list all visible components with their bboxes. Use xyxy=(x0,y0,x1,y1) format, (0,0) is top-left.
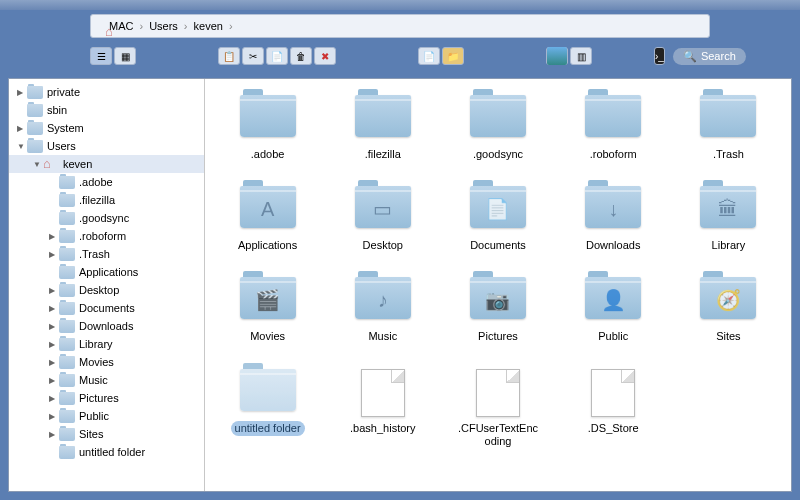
tree-item-label: Music xyxy=(79,374,108,386)
disclosure-arrow[interactable]: ▶ xyxy=(49,430,59,439)
grid-item-Library[interactable]: 🏛Library xyxy=(676,186,781,253)
grid-item--adobe[interactable]: .adobe xyxy=(215,95,320,162)
view-switcher: ☰ ▦ xyxy=(90,47,136,65)
grid-item-Desktop[interactable]: ▭Desktop xyxy=(330,186,435,253)
tree-item-Sites[interactable]: ▶Sites xyxy=(9,425,204,443)
tree-item-label: Desktop xyxy=(79,284,119,296)
grid-item--DS_Store[interactable]: .DS_Store xyxy=(561,369,666,449)
disclosure-arrow[interactable]: ▶ xyxy=(17,124,27,133)
tree-item-Library[interactable]: ▶Library xyxy=(9,335,204,353)
folder-icon xyxy=(355,95,411,137)
breadcrumb-seg-2[interactable]: keven xyxy=(190,20,227,32)
tree-item-Public[interactable]: ▶Public xyxy=(9,407,204,425)
grid-item-Pictures[interactable]: 📷Pictures xyxy=(445,277,550,344)
disclosure-arrow[interactable]: ▶ xyxy=(49,358,59,367)
breadcrumb-seg-1[interactable]: Users xyxy=(145,20,182,32)
folder-icon: A xyxy=(240,186,296,228)
titlebar[interactable] xyxy=(0,0,800,10)
disclosure-arrow[interactable]: ▶ xyxy=(49,412,59,421)
folder-icon xyxy=(59,356,75,369)
list-view-button[interactable]: ☰ xyxy=(90,47,112,65)
icon-view[interactable]: .adobe.filezilla.goodsync.roboform.Trash… xyxy=(205,79,791,491)
grid-item-Downloads[interactable]: ↓Downloads xyxy=(561,186,666,253)
breadcrumb: MAC › Users › keven › xyxy=(90,14,710,38)
grid-item-label: Applications xyxy=(234,238,301,253)
tree-item-label: Movies xyxy=(79,356,114,368)
folder-icon: 📷 xyxy=(470,277,526,319)
tree-item-Users[interactable]: ▼Users xyxy=(9,137,204,155)
grid-item--CFUserTextEncoding[interactable]: .CFUserTextEncoding xyxy=(445,369,550,449)
disclosure-arrow[interactable]: ▶ xyxy=(17,88,27,97)
grid-item-Documents[interactable]: 📄Documents xyxy=(445,186,550,253)
trash-button[interactable]: 🗑 xyxy=(290,47,312,65)
picture-button[interactable] xyxy=(546,47,568,65)
grid-item-untitled-folder[interactable]: untitled folder xyxy=(215,369,320,449)
tree-item--roboform[interactable]: ▶.roboform xyxy=(9,227,204,245)
grid-item-label: Music xyxy=(364,329,401,344)
tree-item-label: sbin xyxy=(47,104,67,116)
home-icon xyxy=(43,158,59,171)
folder-icon xyxy=(700,95,756,137)
disclosure-arrow[interactable]: ▶ xyxy=(49,340,59,349)
finder-window: MAC › Users › keven › ☰ ▦ 📋 ✂ 📄 🗑 ✖ 📄 📁 xyxy=(0,0,800,500)
disclosure-arrow[interactable]: ▶ xyxy=(49,286,59,295)
copy-button[interactable]: 📋 xyxy=(218,47,240,65)
disclosure-arrow[interactable]: ▶ xyxy=(49,394,59,403)
tree-item-Downloads[interactable]: ▶Downloads xyxy=(9,317,204,335)
tree-item--Trash[interactable]: ▶.Trash xyxy=(9,245,204,263)
disclosure-arrow[interactable]: ▼ xyxy=(33,160,43,169)
folder-icon xyxy=(59,212,75,225)
new-folder-button[interactable]: 📁 xyxy=(442,47,464,65)
tree-item-Music[interactable]: ▶Music xyxy=(9,371,204,389)
tree-item-Movies[interactable]: ▶Movies xyxy=(9,353,204,371)
tree-item-label: private xyxy=(47,86,80,98)
grid-item--roboform[interactable]: .roboform xyxy=(561,95,666,162)
windows-button[interactable]: ▥ xyxy=(570,47,592,65)
grid-item--Trash[interactable]: .Trash xyxy=(676,95,781,162)
tree-item-Documents[interactable]: ▶Documents xyxy=(9,299,204,317)
grid-item-Applications[interactable]: AApplications xyxy=(215,186,320,253)
grid-item--goodsync[interactable]: .goodsync xyxy=(445,95,550,162)
grid-item-Movies[interactable]: 🎬Movies xyxy=(215,277,320,344)
disclosure-arrow[interactable]: ▶ xyxy=(49,376,59,385)
tree-item-untitled-folder[interactable]: untitled folder xyxy=(9,443,204,461)
folder-icon: ▭ xyxy=(355,186,411,228)
delete-button[interactable]: ✖ xyxy=(314,47,336,65)
grid-item-label: Movies xyxy=(246,329,289,344)
tree-item-label: Documents xyxy=(79,302,135,314)
breadcrumb-seg-0[interactable]: MAC xyxy=(101,20,137,32)
tree-item-private[interactable]: ▶private xyxy=(9,83,204,101)
grid-item-Music[interactable]: ♪Music xyxy=(330,277,435,344)
tree-item--filezilla[interactable]: .filezilla xyxy=(9,191,204,209)
tree-item--adobe[interactable]: .adobe xyxy=(9,173,204,191)
folder-icon xyxy=(27,122,43,135)
disclosure-arrow[interactable]: ▶ xyxy=(49,304,59,313)
disclosure-arrow[interactable]: ▼ xyxy=(17,142,27,151)
tree-item-Pictures[interactable]: ▶Pictures xyxy=(9,389,204,407)
terminal-button[interactable]: ›_ xyxy=(654,47,665,65)
grid-view-button[interactable]: ▦ xyxy=(114,47,136,65)
sidebar-tree[interactable]: ▶privatesbin▶System▼Users▼keven.adobe.fi… xyxy=(9,79,205,491)
new-file-button[interactable]: 📄 xyxy=(418,47,440,65)
folder-icon xyxy=(59,374,75,387)
disclosure-arrow[interactable]: ▶ xyxy=(49,232,59,241)
search-box[interactable]: 🔍 Search xyxy=(673,48,746,65)
tree-item-label: Sites xyxy=(79,428,103,440)
cut-button[interactable]: ✂ xyxy=(242,47,264,65)
tree-item-sbin[interactable]: sbin xyxy=(9,101,204,119)
grid-item--filezilla[interactable]: .filezilla xyxy=(330,95,435,162)
tree-item-Desktop[interactable]: ▶Desktop xyxy=(9,281,204,299)
tree-item-keven[interactable]: ▼keven xyxy=(9,155,204,173)
disclosure-arrow[interactable]: ▶ xyxy=(49,322,59,331)
folder-glyph: 🧭 xyxy=(716,289,741,313)
tree-item-System[interactable]: ▶System xyxy=(9,119,204,137)
paste-button[interactable]: 📄 xyxy=(266,47,288,65)
breadcrumb-sep: › xyxy=(227,20,235,32)
tree-item--goodsync[interactable]: .goodsync xyxy=(9,209,204,227)
folder-icon xyxy=(59,176,75,189)
tree-item-Applications[interactable]: Applications xyxy=(9,263,204,281)
disclosure-arrow[interactable]: ▶ xyxy=(49,250,59,259)
grid-item-Sites[interactable]: 🧭Sites xyxy=(676,277,781,344)
grid-item-Public[interactable]: 👤Public xyxy=(561,277,666,344)
grid-item--bash_history[interactable]: .bash_history xyxy=(330,369,435,449)
